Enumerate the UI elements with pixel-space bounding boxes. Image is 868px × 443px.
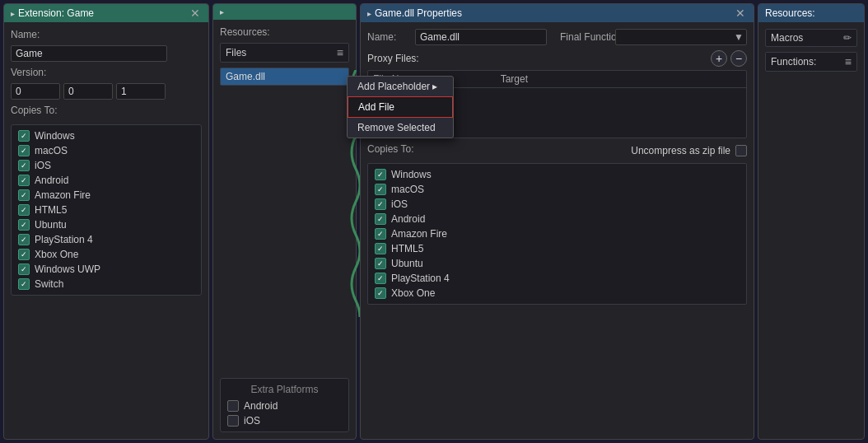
version-minor-input[interactable] xyxy=(63,83,113,100)
uncompress-checkbox[interactable] xyxy=(735,145,747,156)
list-item: Ubuntu xyxy=(375,258,740,269)
ps4-right-label: PlayStation 4 xyxy=(391,273,450,284)
game-dll-panel-title: Game.dll Properties xyxy=(375,7,462,19)
list-item: Switch xyxy=(18,278,194,290)
resources-label: Resources: xyxy=(220,26,349,38)
macros-label: Macros xyxy=(771,32,803,44)
files-label: Files xyxy=(226,47,246,58)
list-item: iOS xyxy=(227,415,342,427)
xbox-one-right-label: Xbox One xyxy=(391,287,435,299)
list-item: Amazon Fire xyxy=(375,228,740,240)
triangle-icon-3: ▸ xyxy=(367,9,371,18)
html5-checkbox[interactable] xyxy=(18,204,30,216)
copies-to-label-right: Copies To: xyxy=(367,143,413,155)
ps4-right-checkbox[interactable] xyxy=(375,273,386,284)
html5-right-label: HTML5 xyxy=(391,243,423,254)
far-right-resources-label: Resources: xyxy=(765,7,815,19)
ps4-label: PlayStation 4 xyxy=(35,234,93,245)
ios-right-label: iOS xyxy=(391,198,408,210)
amazon-fire-right-label: Amazon Fire xyxy=(391,228,447,240)
list-item: Android xyxy=(18,175,194,186)
amazon-fire-checkbox[interactable] xyxy=(18,189,30,201)
game-dll-close-btn[interactable]: ✕ xyxy=(734,7,747,19)
amazon-fire-label: Amazon Fire xyxy=(35,189,91,201)
dll-name-input[interactable] xyxy=(415,29,547,45)
macos-right-checkbox[interactable] xyxy=(375,184,386,195)
list-item: Android xyxy=(227,400,342,412)
android-checkbox[interactable] xyxy=(18,175,30,186)
name-row: Name: Final Function: ▼ xyxy=(367,29,747,45)
macos-right-label: macOS xyxy=(391,184,424,195)
ubuntu-right-label: Ubuntu xyxy=(391,258,423,269)
name-label: Name: xyxy=(11,29,52,40)
switch-label: Switch xyxy=(35,278,63,290)
list-item: Xbox One xyxy=(375,287,740,299)
uncompress-row: Uncompress as zip file xyxy=(631,145,747,156)
windows-checkbox[interactable] xyxy=(18,130,30,142)
ps4-checkbox[interactable] xyxy=(18,234,30,245)
ios-checkbox[interactable] xyxy=(18,160,30,171)
copies-to-scrollable-list[interactable]: Windows macOS iOS Android Amazon Fire HT… xyxy=(367,163,747,305)
far-right-body: Macros ✏ Functions: ≡ xyxy=(758,22,864,439)
android-right-checkbox[interactable] xyxy=(375,213,386,225)
ios-extra-label: iOS xyxy=(244,415,260,427)
list-item: Android xyxy=(375,213,740,225)
ios-label: iOS xyxy=(35,160,51,171)
add-placeholder-menu-item[interactable]: Add Placeholder ▸ xyxy=(348,77,453,96)
name-input[interactable] xyxy=(11,45,167,62)
windows-right-checkbox[interactable] xyxy=(375,169,386,180)
macros-edit-icon[interactable]: ✏ xyxy=(843,32,852,44)
list-item: macOS xyxy=(375,184,740,195)
version-major-input[interactable] xyxy=(11,83,60,100)
ubuntu-label: Ubuntu xyxy=(35,219,67,231)
extension-game-panel: ▸ Extension: Game ✕ Name: Version: Copie… xyxy=(3,3,209,440)
list-item: Ubuntu xyxy=(18,219,194,231)
html5-right-checkbox[interactable] xyxy=(375,243,386,254)
far-right-resources-panel: Resources: Macros ✏ Functions: ≡ xyxy=(758,3,865,440)
far-right-title-bar: Resources: xyxy=(758,4,864,22)
remove-selected-menu-item[interactable]: Remove Selected xyxy=(348,118,453,138)
resources-left-panel: ▸ Resources: Files ≡ Game.dll Extra Plat… xyxy=(212,3,357,440)
version-patch-input[interactable] xyxy=(116,83,166,100)
html5-label: HTML5 xyxy=(35,204,67,216)
dll-name-label: Name: xyxy=(367,31,408,43)
list-item: macOS xyxy=(18,145,194,156)
ios-extra-checkbox[interactable] xyxy=(227,415,239,427)
copies-to-label: Copies To: xyxy=(11,105,202,116)
xbox-one-right-checkbox[interactable] xyxy=(375,287,386,299)
files-menu-icon[interactable]: ≡ xyxy=(337,46,343,59)
list-item: Windows UWP xyxy=(18,263,194,275)
xbox-one-checkbox[interactable] xyxy=(18,249,30,260)
add-file-dropdown: Add Placeholder ▸ Add File Remove Select… xyxy=(347,76,454,138)
android-extra-label: Android xyxy=(244,400,278,412)
list-item: HTML5 xyxy=(18,204,194,216)
proxy-remove-btn[interactable]: − xyxy=(730,50,747,67)
functions-menu-icon[interactable]: ≡ xyxy=(845,55,852,68)
xbox-one-label: Xbox One xyxy=(35,249,78,260)
add-file-menu-item[interactable]: Add File xyxy=(348,96,453,118)
ios-right-checkbox[interactable] xyxy=(375,198,386,210)
windows-right-label: Windows xyxy=(391,169,432,180)
ubuntu-checkbox[interactable] xyxy=(18,219,30,231)
amazon-fire-right-checkbox[interactable] xyxy=(375,228,386,240)
extension-game-title-bar: ▸ Extension: Game ✕ xyxy=(4,4,208,22)
android-extra-checkbox[interactable] xyxy=(227,400,239,412)
extra-platforms-title: Extra Platforms xyxy=(227,384,342,395)
list-item: PlayStation 4 xyxy=(18,234,194,245)
switch-checkbox[interactable] xyxy=(18,278,30,290)
extension-panel-close[interactable]: ✕ xyxy=(189,7,202,19)
proxy-add-btn[interactable]: + xyxy=(711,50,727,67)
resources-left-title-bar: ▸ xyxy=(213,4,356,20)
windows-uwp-checkbox[interactable] xyxy=(18,263,30,275)
android-label: Android xyxy=(35,175,68,186)
list-item: Xbox One xyxy=(18,249,194,260)
list-item: Amazon Fire xyxy=(18,189,194,201)
functions-label: Functions: xyxy=(771,56,816,68)
ubuntu-right-checkbox[interactable] xyxy=(375,258,386,269)
list-item[interactable]: Game.dll xyxy=(221,68,348,85)
name-field-row: Name: xyxy=(11,29,202,40)
final-function-input[interactable] xyxy=(615,29,747,45)
macos-checkbox[interactable] xyxy=(18,145,30,156)
version-label: Version: xyxy=(11,67,52,78)
android-right-label: Android xyxy=(391,213,425,225)
